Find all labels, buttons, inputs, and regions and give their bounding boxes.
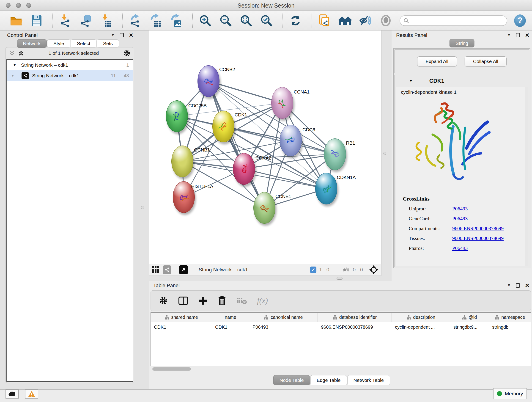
- results-scrollbar[interactable]: [525, 87, 528, 266]
- network-node-cdkn1a[interactable]: [315, 173, 337, 204]
- gene-symbol: CDK1: [429, 78, 444, 84]
- tree-expand-icon[interactable]: ▼: [13, 63, 17, 67]
- table-options-gear-icon[interactable]: [158, 296, 168, 306]
- panel-close-icon[interactable]: ✕: [525, 283, 530, 288]
- zoom-in-icon[interactable]: [199, 14, 212, 27]
- refresh-view-icon[interactable]: [289, 14, 302, 27]
- entry-expand-icon[interactable]: ▼: [409, 79, 413, 83]
- crosslink-link[interactable]: P06493: [452, 245, 468, 251]
- bottom-splitter-handle[interactable]: [336, 277, 342, 280]
- detach-view-icon[interactable]: [179, 265, 188, 274]
- crosslink-link[interactable]: 9606.ENSP00000378699: [452, 225, 504, 231]
- crosslink-link[interactable]: P06493: [452, 206, 468, 212]
- column-header-name[interactable]: name: [212, 313, 249, 322]
- export-image-icon[interactable]: [170, 14, 183, 27]
- network-view-type-icon[interactable]: [163, 265, 171, 274]
- network-edge[interactable]: [209, 81, 282, 103]
- network-canvas[interactable]: CCNB2CCNA1CDC25BCDK1CDC6RB1CCNB1CCNA2CDK…: [149, 31, 381, 264]
- panel-collapse-icon[interactable]: ▼: [507, 33, 511, 37]
- zoom-selected-icon[interactable]: [260, 14, 273, 27]
- panel-close-icon[interactable]: ✕: [525, 33, 530, 37]
- save-session-icon[interactable]: [30, 14, 43, 27]
- network-node-ccna2[interactable]: [233, 153, 255, 185]
- selected-items-checkbox[interactable]: ✓: [310, 267, 317, 273]
- network-node-ccna1[interactable]: [271, 87, 293, 119]
- panel-close-icon[interactable]: ✕: [129, 33, 133, 37]
- network-node-ccnb2[interactable]: [197, 65, 220, 97]
- open-session-icon[interactable]: [9, 14, 23, 27]
- node-table: shared namenamecanonical namedatabase id…: [151, 313, 531, 366]
- control-tab-style[interactable]: Style: [47, 39, 70, 48]
- column-header-description[interactable]: description: [392, 313, 450, 322]
- status-bar: Memory: [0, 389, 532, 402]
- column-header--id[interactable]: @id: [450, 313, 489, 322]
- export-network-icon[interactable]: [129, 14, 142, 27]
- expand-all-icon[interactable]: [18, 51, 24, 56]
- add-column-icon[interactable]: [198, 296, 208, 305]
- network-row[interactable]: ● String Network – cdk1 11 48: [7, 70, 133, 81]
- network-options-gear-icon[interactable]: [123, 49, 131, 57]
- collapse-all-button[interactable]: Collapse All: [465, 56, 507, 66]
- crosslink-link[interactable]: P06493: [452, 216, 468, 222]
- grid-view-icon[interactable]: [152, 266, 159, 274]
- column-header-namespace[interactable]: namespace: [489, 313, 531, 322]
- network-node-cdc6[interactable]: [280, 125, 302, 156]
- clone-network-icon[interactable]: [318, 14, 331, 27]
- crosslink-link[interactable]: 9606.ENSP00000378699: [452, 235, 504, 241]
- tab-network-table[interactable]: Network Table: [347, 375, 390, 385]
- left-splitter-handle[interactable]: [141, 206, 144, 209]
- cloud-status-button[interactable]: [6, 389, 19, 399]
- panel-float-icon[interactable]: [516, 33, 520, 37]
- warnings-button[interactable]: [25, 389, 38, 399]
- protein-ribbon-thumbnail: [328, 146, 342, 163]
- table-horizontal-scrollbar[interactable]: [152, 367, 191, 370]
- gene-entry-header[interactable]: ▼ CDK1: [395, 75, 529, 87]
- string-home-icon[interactable]: [338, 14, 352, 27]
- memory-button[interactable]: Memory: [493, 388, 527, 399]
- network-selected-status: 1 of 1 Network selected: [24, 51, 123, 56]
- birdseye-toggle-icon[interactable]: [369, 265, 379, 274]
- hidden-items-icon[interactable]: [342, 267, 350, 273]
- zoom-fit-icon[interactable]: [239, 14, 253, 27]
- protein-ribbon-thumbnail: [235, 161, 253, 177]
- control-tab-sets[interactable]: Sets: [97, 39, 119, 48]
- network-edge[interactable]: [209, 81, 264, 208]
- help-icon[interactable]: ?: [514, 14, 526, 27]
- table-row[interactable]: CDK1CDK1P064939606.ENSP00000378699cyclin…: [151, 322, 531, 332]
- import-network-from-database-icon[interactable]: [79, 14, 93, 27]
- network-node-cdk1[interactable]: [212, 111, 234, 142]
- import-network-icon[interactable]: [59, 14, 72, 27]
- crosslink-label: GeneCard:: [409, 216, 452, 222]
- network-node-ccnb1[interactable]: [171, 146, 193, 177]
- panel-float-icon[interactable]: [120, 33, 124, 37]
- column-header-shared-name[interactable]: shared name: [151, 313, 212, 322]
- panel-collapse-icon[interactable]: ▼: [111, 33, 115, 37]
- export-table-icon[interactable]: [149, 14, 162, 27]
- zoom-out-icon[interactable]: [219, 14, 232, 27]
- network-node-rb1[interactable]: [324, 138, 346, 170]
- show-columns-icon[interactable]: [178, 296, 188, 306]
- tab-string[interactable]: String: [450, 39, 475, 47]
- column-header-database-identifier[interactable]: database identifier: [318, 313, 392, 322]
- expand-all-button[interactable]: Expand All: [417, 56, 457, 66]
- column-header-canonical-name[interactable]: canonical name: [249, 313, 318, 322]
- collapse-all-icon[interactable]: [9, 51, 15, 56]
- network-node-ccne1[interactable]: [253, 192, 275, 224]
- delete-column-icon[interactable]: [218, 296, 226, 306]
- memory-status-dot: [497, 391, 502, 396]
- panel-collapse-icon[interactable]: ▼: [507, 283, 511, 288]
- search-input[interactable]: [409, 18, 505, 24]
- control-tab-select[interactable]: Select: [71, 39, 96, 48]
- tab-edge-table[interactable]: Edge Table: [310, 375, 347, 385]
- network-collection-row[interactable]: ▼ String Network – cdk1 1: [7, 60, 133, 70]
- presentation-eye-icon[interactable]: [379, 14, 393, 27]
- toolbar-separator: [122, 13, 123, 28]
- panel-float-icon[interactable]: [516, 283, 520, 288]
- control-tab-network[interactable]: Network: [17, 39, 47, 48]
- network-node-cdc25b[interactable]: [166, 100, 188, 132]
- network-view-toolbar: String Network – cdk1 ✓ 1 - 0 0 - 0: [149, 264, 381, 276]
- show-hide-glass-icon[interactable]: [359, 14, 372, 27]
- import-table-icon[interactable]: [100, 14, 113, 27]
- right-splitter-handle[interactable]: [383, 152, 386, 155]
- tab-node-table[interactable]: Node Table: [273, 375, 310, 385]
